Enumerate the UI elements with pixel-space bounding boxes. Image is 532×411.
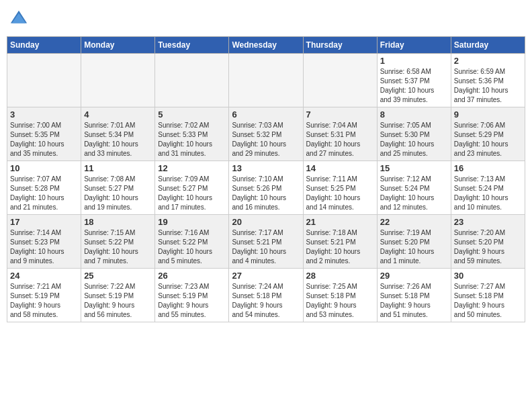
day-number: 1: [380, 56, 448, 66]
day-number: 15: [380, 163, 448, 173]
calendar-cell: 16Sunrise: 7:13 AM Sunset: 5:24 PM Dayli…: [451, 161, 525, 215]
calendar-cell: 29Sunrise: 7:26 AM Sunset: 5:18 PM Dayli…: [377, 269, 451, 322]
calendar-week-1: 1Sunrise: 6:58 AM Sunset: 5:37 PM Daylig…: [7, 54, 525, 107]
calendar-cell: 18Sunrise: 7:15 AM Sunset: 5:22 PM Dayli…: [81, 215, 155, 269]
column-header-wednesday: Wednesday: [229, 37, 303, 54]
logo-icon: [9, 9, 28, 28]
logo: [9, 9, 30, 28]
calendar-cell: 11Sunrise: 7:08 AM Sunset: 5:27 PM Dayli…: [81, 161, 155, 215]
calendar-cell: 4Sunrise: 7:01 AM Sunset: 5:34 PM Daylig…: [81, 107, 155, 161]
calendar-cell: 12Sunrise: 7:09 AM Sunset: 5:27 PM Dayli…: [155, 161, 229, 215]
day-number: 6: [232, 109, 300, 120]
day-info: Sunrise: 7:23 AM Sunset: 5:19 PM Dayligh…: [158, 282, 226, 320]
column-header-saturday: Saturday: [451, 37, 525, 54]
day-info: Sunrise: 7:00 AM Sunset: 5:35 PM Dayligh…: [10, 121, 78, 158]
day-info: Sunrise: 7:06 AM Sunset: 5:29 PM Dayligh…: [454, 121, 522, 158]
calendar-cell: [155, 54, 229, 107]
calendar-cell: 20Sunrise: 7:17 AM Sunset: 5:21 PM Dayli…: [229, 215, 303, 269]
calendar-cell: 7Sunrise: 7:04 AM Sunset: 5:31 PM Daylig…: [303, 107, 377, 161]
day-number: 12: [158, 163, 226, 173]
calendar-cell: [81, 54, 155, 107]
day-number: 11: [84, 163, 152, 173]
day-info: Sunrise: 7:07 AM Sunset: 5:28 PM Dayligh…: [10, 175, 78, 212]
day-number: 22: [380, 217, 448, 227]
day-info: Sunrise: 7:20 AM Sunset: 5:20 PM Dayligh…: [454, 228, 522, 266]
calendar-week-4: 17Sunrise: 7:14 AM Sunset: 5:23 PM Dayli…: [7, 215, 525, 269]
calendar-cell: 30Sunrise: 7:27 AM Sunset: 5:18 PM Dayli…: [451, 269, 525, 322]
calendar-cell: 5Sunrise: 7:02 AM Sunset: 5:33 PM Daylig…: [155, 107, 229, 161]
day-info: Sunrise: 7:16 AM Sunset: 5:22 PM Dayligh…: [158, 228, 226, 266]
day-info: Sunrise: 7:19 AM Sunset: 5:20 PM Dayligh…: [380, 228, 448, 266]
day-number: 26: [158, 271, 226, 281]
day-number: 27: [232, 271, 300, 281]
calendar-cell: 17Sunrise: 7:14 AM Sunset: 5:23 PM Dayli…: [7, 215, 81, 269]
day-number: 9: [454, 109, 522, 120]
calendar-cell: 8Sunrise: 7:05 AM Sunset: 5:30 PM Daylig…: [377, 107, 451, 161]
calendar-cell: 22Sunrise: 7:19 AM Sunset: 5:20 PM Dayli…: [377, 215, 451, 269]
calendar-cell: 13Sunrise: 7:10 AM Sunset: 5:26 PM Dayli…: [229, 161, 303, 215]
calendar-week-2: 3Sunrise: 7:00 AM Sunset: 5:35 PM Daylig…: [7, 107, 525, 161]
day-info: Sunrise: 7:18 AM Sunset: 5:21 PM Dayligh…: [306, 228, 374, 266]
day-number: 5: [158, 109, 226, 120]
day-number: 10: [10, 163, 78, 173]
calendar-table: SundayMondayTuesdayWednesdayThursdayFrid…: [7, 36, 525, 322]
day-info: Sunrise: 7:08 AM Sunset: 5:27 PM Dayligh…: [84, 175, 152, 212]
calendar-cell: [229, 54, 303, 107]
day-info: Sunrise: 7:25 AM Sunset: 5:18 PM Dayligh…: [306, 282, 374, 320]
calendar-cell: 6Sunrise: 7:03 AM Sunset: 5:32 PM Daylig…: [229, 107, 303, 161]
day-number: 23: [454, 217, 522, 227]
calendar-cell: [7, 54, 81, 107]
day-number: 8: [380, 109, 448, 120]
calendar-cell: 19Sunrise: 7:16 AM Sunset: 5:22 PM Dayli…: [155, 215, 229, 269]
calendar-cell: 24Sunrise: 7:21 AM Sunset: 5:19 PM Dayli…: [7, 269, 81, 322]
day-number: 13: [232, 163, 300, 173]
day-info: Sunrise: 7:22 AM Sunset: 5:19 PM Dayligh…: [84, 282, 152, 320]
day-info: Sunrise: 6:58 AM Sunset: 5:37 PM Dayligh…: [380, 67, 448, 105]
column-header-friday: Friday: [377, 37, 451, 54]
calendar-header-row: SundayMondayTuesdayWednesdayThursdayFrid…: [7, 37, 525, 54]
day-info: Sunrise: 7:26 AM Sunset: 5:18 PM Dayligh…: [380, 282, 448, 320]
day-info: Sunrise: 7:15 AM Sunset: 5:22 PM Dayligh…: [84, 228, 152, 266]
column-header-monday: Monday: [81, 37, 155, 54]
column-header-sunday: Sunday: [7, 37, 81, 54]
day-number: 29: [380, 271, 448, 281]
day-number: 3: [10, 109, 78, 120]
calendar-cell: 25Sunrise: 7:22 AM Sunset: 5:19 PM Dayli…: [81, 269, 155, 322]
day-number: 21: [306, 217, 374, 227]
day-info: Sunrise: 7:01 AM Sunset: 5:34 PM Dayligh…: [84, 121, 152, 158]
calendar-cell: 1Sunrise: 6:58 AM Sunset: 5:37 PM Daylig…: [377, 54, 451, 107]
day-info: Sunrise: 7:05 AM Sunset: 5:30 PM Dayligh…: [380, 121, 448, 158]
day-number: 24: [10, 271, 78, 281]
day-info: Sunrise: 7:24 AM Sunset: 5:18 PM Dayligh…: [232, 282, 300, 320]
day-info: Sunrise: 7:11 AM Sunset: 5:25 PM Dayligh…: [306, 175, 374, 212]
calendar-cell: 23Sunrise: 7:20 AM Sunset: 5:20 PM Dayli…: [451, 215, 525, 269]
calendar-cell: 27Sunrise: 7:24 AM Sunset: 5:18 PM Dayli…: [229, 269, 303, 322]
day-number: 4: [84, 109, 152, 120]
day-number: 2: [454, 56, 522, 66]
day-number: 14: [306, 163, 374, 173]
day-number: 20: [232, 217, 300, 227]
day-info: Sunrise: 7:12 AM Sunset: 5:24 PM Dayligh…: [380, 175, 448, 212]
day-number: 7: [306, 109, 374, 120]
day-info: Sunrise: 7:02 AM Sunset: 5:33 PM Dayligh…: [158, 121, 226, 158]
calendar-week-5: 24Sunrise: 7:21 AM Sunset: 5:19 PM Dayli…: [7, 269, 525, 322]
day-info: Sunrise: 7:10 AM Sunset: 5:26 PM Dayligh…: [232, 175, 300, 212]
day-number: 16: [454, 163, 522, 173]
day-number: 30: [454, 271, 522, 281]
calendar-cell: 15Sunrise: 7:12 AM Sunset: 5:24 PM Dayli…: [377, 161, 451, 215]
day-info: Sunrise: 7:04 AM Sunset: 5:31 PM Dayligh…: [306, 121, 374, 158]
calendar-cell: 14Sunrise: 7:11 AM Sunset: 5:25 PM Dayli…: [303, 161, 377, 215]
page-header: [7, 7, 525, 31]
day-info: Sunrise: 7:09 AM Sunset: 5:27 PM Dayligh…: [158, 175, 226, 212]
day-number: 28: [306, 271, 374, 281]
column-header-thursday: Thursday: [303, 37, 377, 54]
calendar-cell: 3Sunrise: 7:00 AM Sunset: 5:35 PM Daylig…: [7, 107, 81, 161]
day-info: Sunrise: 7:03 AM Sunset: 5:32 PM Dayligh…: [232, 121, 300, 158]
calendar-cell: 28Sunrise: 7:25 AM Sunset: 5:18 PM Dayli…: [303, 269, 377, 322]
day-number: 18: [84, 217, 152, 227]
day-info: Sunrise: 7:21 AM Sunset: 5:19 PM Dayligh…: [10, 282, 78, 320]
calendar-week-3: 10Sunrise: 7:07 AM Sunset: 5:28 PM Dayli…: [7, 161, 525, 215]
calendar-cell: 26Sunrise: 7:23 AM Sunset: 5:19 PM Dayli…: [155, 269, 229, 322]
day-info: Sunrise: 7:13 AM Sunset: 5:24 PM Dayligh…: [454, 175, 522, 212]
day-info: Sunrise: 7:27 AM Sunset: 5:18 PM Dayligh…: [454, 282, 522, 320]
